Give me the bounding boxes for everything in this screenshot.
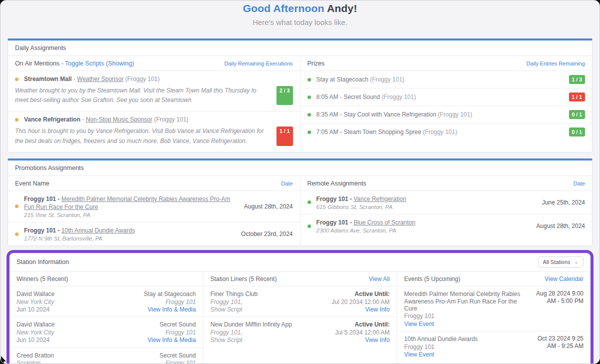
upcoming-event-row: Meredith Palmer Memorial Celebrity Rabie…	[397, 286, 590, 331]
prize-label: Stay at Stagecoach	[316, 76, 368, 83]
remote-status-dot	[308, 200, 311, 204]
upcoming-event-station: Froggy 101	[404, 312, 530, 320]
station-information-title: Station Information	[16, 258, 69, 266]
prize-status-dot	[308, 130, 311, 134]
upcoming-event-datetime: Oct 23 2024 9:25 AM - 9:25 AM	[536, 335, 584, 358]
winner-name: David Wallace	[16, 321, 54, 328]
view-all-link[interactable]: View All	[369, 276, 390, 282]
liner-station: Froggy 101,	[210, 329, 292, 336]
prize-entries-badge: 1 / 1	[569, 92, 585, 102]
remote-date: June 25th, 2024	[537, 199, 585, 206]
view-info-media-link[interactable]: View Info & Media	[144, 306, 196, 313]
winner-date: Jun 10 2024	[16, 336, 54, 344]
prize-entries-badge: 0 / 1	[569, 128, 585, 136]
event-address: 1772 N 9th St, Bartonsville, PA	[24, 236, 230, 242]
view-event-link[interactable]: View Event	[404, 320, 530, 328]
active-until-label: Active Until:	[332, 290, 390, 298]
event-link[interactable]: 10th Annual Dundie Awards	[62, 227, 135, 234]
prize-status-dot	[308, 78, 311, 82]
prizes-column: Prizes Daily Entries Remaining Stay at S…	[300, 56, 592, 152]
winner-row: Creed Bratton Scranton Apr 3 2024 Secret…	[10, 348, 203, 364]
station-liners-heading: Station Liners (5 Recent)	[210, 276, 277, 282]
remote-address: 615 Gibbons St, Scranton, PA	[316, 204, 532, 210]
mouse-cursor-icon	[0, 356, 8, 364]
mention-sponsor-name: Streamtown Mall	[24, 76, 72, 82]
remote-link[interactable]: Blue Cross of Scranton	[354, 219, 415, 226]
show-script-link[interactable]: Show Script	[210, 306, 258, 313]
mention-script-text: Weather brought to you by the Steamtown …	[15, 86, 270, 105]
event-date: October 23rd, 2024	[236, 230, 292, 238]
toggle-scripts-link[interactable]: Toggle Scripts (Showing)	[65, 60, 134, 67]
prize-status-dot	[308, 113, 311, 116]
active-until-label: Active Until:	[335, 321, 390, 328]
mention-station: (Froggy 101)	[152, 116, 188, 123]
mention-remaining-badge: 2 / 3	[276, 86, 292, 105]
upcoming-event-datetime: Aug 28 2024 9:00 AM - 5:00 PM	[536, 290, 584, 328]
prize-row: 8:35 AM - Stay Cool with Vance Refrigera…	[300, 106, 592, 123]
view-info-link[interactable]: View Info	[335, 336, 390, 344]
station-information-highlight: Station Information All Stations ⌄ Winne…	[6, 250, 594, 364]
promotion-row: Froggy 101 - 10th Annual Dundie Awards 1…	[8, 222, 300, 246]
mention-station: (Froggy 101)	[124, 76, 160, 82]
greeting-name: Andy!	[324, 2, 358, 14]
remote-date: August 28th, 2024	[532, 222, 585, 230]
dashboard-page: Good Afternoon Andy! Here's what today l…	[0, 0, 600, 364]
station-filter-select[interactable]: All Stations ⌄	[538, 256, 584, 268]
liner-station: Froggy 101,	[210, 298, 258, 306]
mention-remaining-badge: 1 / 1	[276, 126, 292, 146]
liner-row: Finer Things Club Froggy 101, Show Scrip…	[204, 286, 397, 316]
upcoming-events-column: Events (5 Upcoming) View Calendar Meredi…	[396, 272, 590, 364]
winner-city: New York City	[16, 329, 54, 336]
winner-prize: Secret Sound	[148, 321, 196, 328]
winner-station: Froggy 101	[148, 329, 196, 336]
event-address: 215 Vine St, Scranton, PA	[24, 212, 234, 218]
winner-date: Jun 10 2024	[16, 306, 54, 313]
liner-title: Finer Things Club	[210, 290, 258, 298]
daily-assignments-title: Daily Assignments	[8, 40, 592, 56]
greeting-subtitle: Here's what today looks like.	[0, 18, 600, 26]
daily-assignments-panel: Daily Assignments On Air Mentions - Togg…	[8, 38, 592, 152]
active-until-date: Jul 20 2034 12:00 AM	[332, 298, 390, 306]
prize-label: 7:05 AM - Steam Town Shopping Spree	[316, 128, 422, 136]
view-info-media-link[interactable]: View Info & Media	[148, 336, 196, 344]
upcoming-event-row: 10th Annual Dundie Awards Froggy 101 Vie…	[397, 331, 590, 362]
promotion-status-dot	[15, 232, 18, 236]
remote-row: Froggy 101 - Blue Cross of Scranton 2300…	[300, 214, 592, 238]
upcoming-event-station: Froggy 101	[404, 344, 478, 350]
station-liners-column: Station Liners (5 Recent) View All Finer…	[203, 272, 397, 364]
date-column-label: Date	[574, 180, 585, 186]
liner-title: New Dunder Mifflin Infinity App	[210, 321, 292, 328]
station-filter-value: All Stations	[543, 259, 570, 265]
view-calendar-link[interactable]: View Calendar	[544, 276, 584, 282]
upcoming-event-title: Meredith Palmer Memorial Celebrity Rabie…	[404, 290, 530, 312]
date-column-label: Date	[281, 180, 292, 186]
view-event-link[interactable]: View Event	[404, 351, 478, 358]
promotion-status-dot	[15, 204, 18, 208]
mention-status-dot	[15, 78, 18, 81]
daily-entries-remaining-label: Daily Entries Remaining	[526, 60, 585, 66]
show-script-link[interactable]: Show Script	[210, 336, 292, 344]
on-air-mentions-heading: On Air Mentions - Toggle Scripts (Showin…	[15, 60, 134, 67]
upcoming-event-title: 10th Annual Dundie Awards	[404, 336, 478, 342]
mention-type-link[interactable]: Weather Sponsor	[77, 76, 124, 82]
prize-entries-badge: 1 / 3	[569, 75, 585, 84]
active-until-date: Jul 5 2034 12:00 AM	[335, 329, 390, 336]
remote-assignments-heading: Remote Assignments	[308, 180, 366, 187]
remote-status-dot	[308, 224, 311, 228]
mention-type-link[interactable]: Non-Stop Music Sponsor	[86, 116, 152, 123]
mention-script-text: This hour is brought to you by Vance Ref…	[15, 126, 270, 146]
view-info-link[interactable]: View Info	[332, 306, 390, 313]
mention-item: Vance Refrigeration - Non-Stop Music Spo…	[8, 111, 300, 152]
winner-station: Froggy 101	[144, 298, 196, 306]
greeting-highlight: Good Afternoon	[243, 2, 324, 14]
winner-name: Creed Bratton	[16, 352, 54, 359]
promotions-assignments-panel: Promotions Assignments Event Name Date F…	[8, 158, 592, 246]
winner-city: Scranton	[16, 360, 54, 364]
page-title: Good Afternoon Andy!	[0, 2, 600, 14]
remote-link[interactable]: Vance Refrigeration	[354, 196, 406, 202]
promotion-row: Froggy 101 - Meredith Palmer Memorial Ce…	[8, 191, 300, 222]
promotions-assignments-title: Promotions Assignments	[8, 160, 592, 176]
winner-name: David Wallace	[16, 290, 54, 298]
remote-address: 2300 Adams Ave, Scranton, PA	[316, 228, 526, 234]
mention-status-dot	[15, 118, 18, 122]
